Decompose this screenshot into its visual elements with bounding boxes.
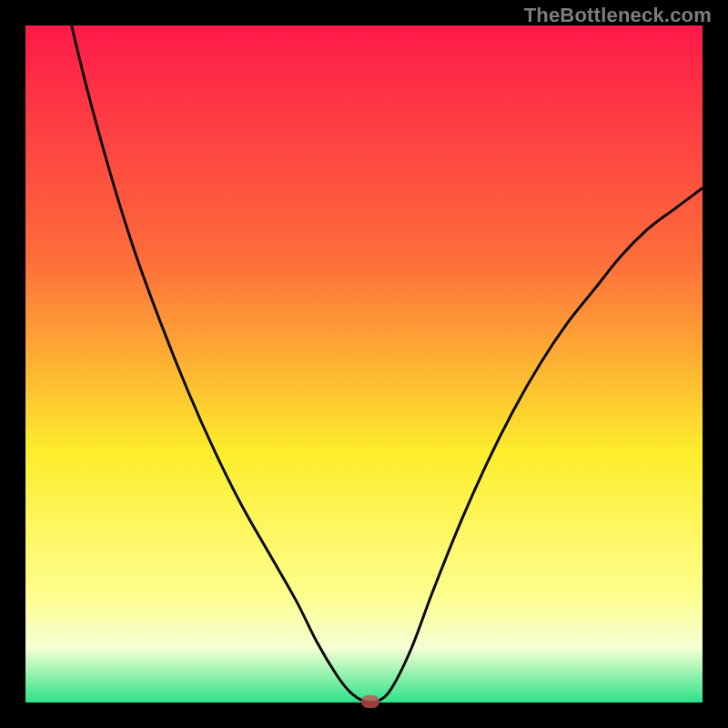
watermark-label: TheBottleneck.com (524, 4, 712, 27)
plot-area (25, 25, 703, 703)
optimal-point-marker (361, 695, 379, 708)
gradient-background (25, 25, 703, 703)
chart-frame: TheBottleneck.com (0, 0, 728, 728)
bottleneck-chart (25, 25, 703, 703)
